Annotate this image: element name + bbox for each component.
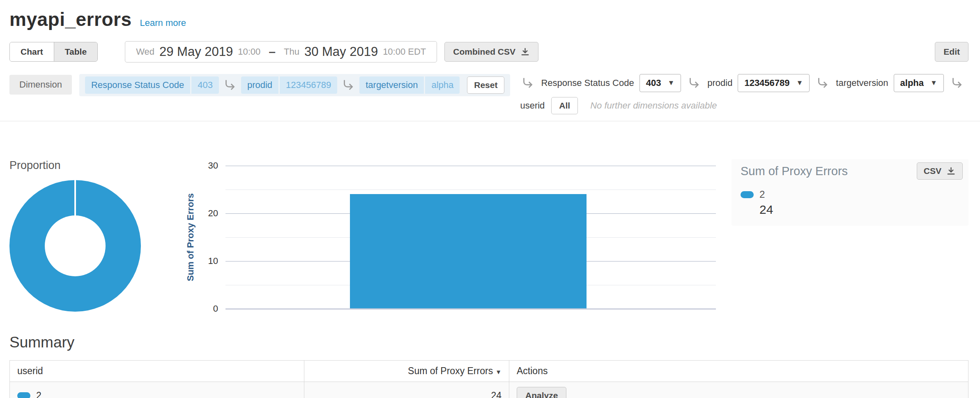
actions-cell: Analyze <box>509 382 968 398</box>
selector-label: targetversion <box>836 78 888 88</box>
breadcrumb-prodid[interactable]: prodid 123456789 <box>241 76 337 94</box>
legend-title: Sum of Proxy Errors <box>741 164 848 178</box>
breadcrumb-response-status-code[interactable]: Response Status Code 403 <box>85 76 219 94</box>
proportion-panel: Proportion <box>9 159 182 318</box>
reset-button[interactable]: Reset <box>467 76 504 94</box>
proportion-label: Proportion <box>9 159 182 172</box>
breadcrumb-targetversion[interactable]: targetversion alpha <box>359 76 460 94</box>
targetversion-select[interactable]: alpha ▼ <box>894 74 944 92</box>
next-dimension-label: userid <box>520 100 545 111</box>
table-row: 2 24 Analyze <box>10 382 968 398</box>
combined-csv-button[interactable]: Combined CSV <box>444 42 538 62</box>
bar-chart-panel: Sum of Proxy Errors 30 20 10 0 <box>182 166 716 318</box>
chart-section: Proportion Sum of Proxy Errors 30 20 10 … <box>0 159 980 318</box>
start-day: Wed <box>136 46 154 57</box>
page-title: myapi_errors <box>9 8 132 30</box>
selector-label: prodid <box>707 78 732 88</box>
userid-cell: 2 <box>10 382 304 398</box>
y-tick: 30 <box>208 160 218 171</box>
drilldown-arrow-icon <box>522 77 534 89</box>
view-toggle: Chart Table <box>9 42 98 62</box>
combined-csv-label: Combined CSV <box>453 47 515 57</box>
series-swatch-icon <box>17 392 30 398</box>
header: myapi_errors Learn more <box>0 0 980 30</box>
y-tick: 20 <box>208 208 218 219</box>
drilldown-row: Response Status Code 403 ▼ prodid 123456… <box>520 74 964 92</box>
csv-button[interactable]: CSV <box>917 162 963 180</box>
drilldown-arrow-icon <box>224 79 236 91</box>
breadcrumb-name: targetversion <box>359 76 424 94</box>
no-dimensions-note: No further dimensions available <box>590 100 717 111</box>
dimension-breadcrumbs: Response Status Code 403 prodid 12345678… <box>79 74 511 96</box>
legend-item-label: 2 <box>759 189 765 200</box>
summary-header-row: userid Sum of Proxy Errors▼ Actions <box>10 361 968 382</box>
summary-title: Summary <box>9 334 980 351</box>
gridline-30 <box>225 166 716 166</box>
gridline-25 <box>225 190 716 190</box>
legend-header: Sum of Proxy Errors CSV <box>741 162 963 180</box>
legend-panel: Sum of Proxy Errors CSV 2 24 <box>732 159 968 226</box>
legend-swatch-icon <box>741 191 754 198</box>
drilldown-arrow-icon <box>951 77 963 89</box>
date-range-separator: – <box>269 45 276 59</box>
drilldown-arrow-icon <box>817 77 829 89</box>
userid-all-button[interactable]: All <box>551 97 578 114</box>
end-day: Thu <box>284 46 299 57</box>
download-icon <box>946 167 956 176</box>
start-time: 10:00 <box>238 46 260 57</box>
donut-chart[interactable] <box>9 180 141 312</box>
drilldown-arrow-icon <box>342 79 354 91</box>
breadcrumb-value: alpha <box>425 76 460 94</box>
y-tick: 0 <box>213 303 218 314</box>
learn-more-link[interactable]: Learn more <box>140 18 186 28</box>
x-axis-line <box>225 309 716 309</box>
analyze-button[interactable]: Analyze <box>517 387 566 398</box>
table-view-button[interactable]: Table <box>54 42 97 61</box>
column-header-sum[interactable]: Sum of Proxy Errors▼ <box>304 361 509 382</box>
sum-cell: 24 <box>304 382 509 398</box>
section-divider <box>0 121 980 121</box>
y-axis-label: Sum of Proxy Errors <box>182 166 199 309</box>
chevron-down-icon: ▼ <box>930 79 937 87</box>
selected-value: alpha <box>900 78 924 88</box>
drilldown-arrow-icon <box>688 77 700 89</box>
breadcrumb-value: 403 <box>191 76 219 94</box>
start-date: 29 May 2019 <box>159 44 233 59</box>
legend-item-value: 24 <box>759 203 963 217</box>
bar[interactable] <box>350 194 587 308</box>
selected-value: 403 <box>646 78 661 88</box>
end-date: 30 May 2019 <box>304 44 378 59</box>
sort-desc-icon: ▼ <box>495 368 502 375</box>
prodid-select[interactable]: 123456789 ▼ <box>738 74 810 92</box>
edit-button[interactable]: Edit <box>935 42 968 62</box>
toolbar: Chart Table Wed 29 May 2019 10:00 – Thu … <box>0 41 980 62</box>
csv-label: CSV <box>924 166 941 176</box>
donut-card <box>9 178 173 318</box>
dimension-strip: Dimension Response Status Code 403 prodi… <box>0 74 980 114</box>
response-status-code-select[interactable]: 403 ▼ <box>640 74 681 92</box>
breadcrumb-name: prodid <box>241 76 278 94</box>
y-tick: 10 <box>208 256 218 266</box>
chevron-down-icon: ▼ <box>667 79 674 87</box>
breadcrumb-value: 123456789 <box>280 76 337 94</box>
date-range-picker[interactable]: Wed 29 May 2019 10:00 – Thu 30 May 2019 … <box>125 41 437 62</box>
end-time: 10:00 EDT <box>383 46 426 57</box>
selected-value: 123456789 <box>744 78 789 88</box>
legend-item[interactable]: 2 <box>741 189 963 200</box>
breadcrumb-name: Response Status Code <box>85 76 190 94</box>
drilldown-row-next: userid All No further dimensions availab… <box>520 97 964 114</box>
download-icon <box>520 47 530 57</box>
summary-table: userid Sum of Proxy Errors▼ Actions 2 24… <box>9 360 968 398</box>
chevron-down-icon: ▼ <box>796 79 803 87</box>
dimension-drilldowns: Response Status Code 403 ▼ prodid 123456… <box>520 74 964 114</box>
column-header-actions: Actions <box>509 361 968 382</box>
bar-chart-plot: 30 20 10 0 <box>225 166 716 309</box>
selector-label: Response Status Code <box>541 78 634 88</box>
donut-hole <box>45 215 106 276</box>
column-header-userid[interactable]: userid <box>10 361 304 382</box>
chart-view-button[interactable]: Chart <box>10 42 54 61</box>
dimension-label: Dimension <box>9 75 72 95</box>
